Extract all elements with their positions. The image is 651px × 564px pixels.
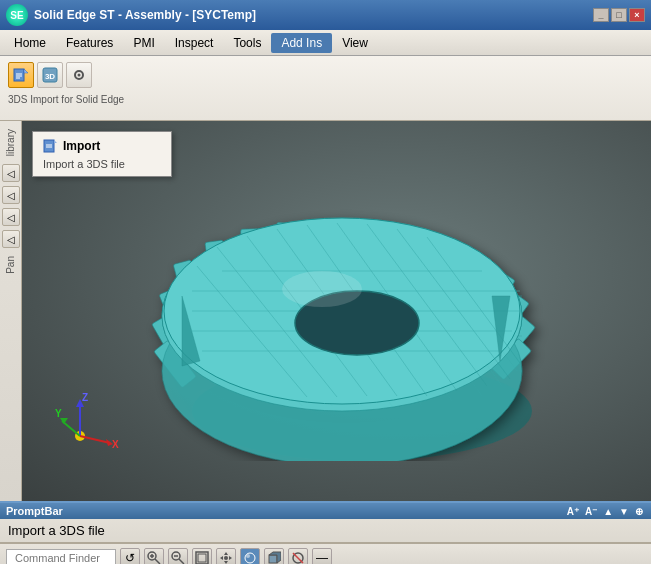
prompt-bar-label: PromptBar [6, 505, 63, 517]
svg-marker-1 [24, 69, 28, 73]
import-popup-icon [43, 138, 59, 154]
axis-indicator: Z Y X [52, 391, 122, 461]
svg-rect-96 [269, 555, 277, 563]
zoom-in-icon-button[interactable] [144, 548, 164, 565]
render-mode-icon-button[interactable] [240, 548, 260, 565]
fit-view-icon-button[interactable] [192, 548, 212, 565]
prompt-header: PromptBar A⁺ A⁻ ▲ ▼ ⊕ [0, 503, 651, 519]
sidebar-btn-3[interactable]: ◁ [2, 208, 20, 226]
sidebar-btn-1[interactable]: ◁ [2, 164, 20, 182]
settings-icon-button[interactable] [66, 62, 92, 88]
close-button[interactable]: × [629, 8, 645, 22]
prompt-scroll-down[interactable]: ▼ [617, 506, 631, 517]
prompt-pin[interactable]: ⊕ [633, 506, 645, 517]
menu-view[interactable]: View [332, 33, 378, 53]
command-finder-input[interactable] [6, 549, 116, 565]
svg-rect-88 [198, 554, 206, 562]
left-sidebar: library ◁ ◁ ◁ ◁ Pan [0, 121, 22, 501]
toolbar-3ds-section: 3D 3DS Import for Solid Edge [6, 60, 124, 105]
toolbar-section-label: 3DS Import for Solid Edge [6, 94, 124, 105]
pan-icon-button[interactable] [216, 548, 236, 565]
window-controls[interactable]: _ □ × [593, 8, 645, 22]
svg-rect-76 [44, 140, 54, 152]
window-title: Solid Edge ST - Assembly - [SYCTemp] [34, 8, 593, 22]
svg-point-95 [246, 554, 250, 558]
title-bar: SE Solid Edge ST - Assembly - [SYCTemp] … [0, 0, 651, 30]
menu-inspect[interactable]: Inspect [165, 33, 224, 53]
viewport[interactable]: Z Y X Import Import a 3DS file [22, 121, 651, 501]
svg-marker-90 [224, 561, 228, 564]
prompt-bar: PromptBar A⁺ A⁻ ▲ ▼ ⊕ Import a 3DS file [0, 501, 651, 543]
svg-marker-92 [229, 556, 232, 560]
svg-point-93 [224, 556, 228, 560]
import-popup-title: Import [43, 138, 161, 154]
menu-features[interactable]: Features [56, 33, 123, 53]
toolbar-area: 3D 3DS Import for Solid Edge [0, 56, 651, 121]
svg-line-85 [179, 559, 184, 564]
restore-button[interactable]: □ [611, 8, 627, 22]
svg-text:3D: 3D [45, 72, 55, 81]
prompt-font-increase[interactable]: A⁺ [565, 506, 581, 517]
menu-tools[interactable]: Tools [223, 33, 271, 53]
import-3ds-button[interactable] [8, 62, 34, 88]
minus-icon-button[interactable]: — [312, 548, 332, 565]
sidebar-btn-2[interactable]: ◁ [2, 186, 20, 204]
3ds-icon-button[interactable]: 3D [37, 62, 63, 88]
view-cube-icon-button[interactable] [264, 548, 284, 565]
import-popup-description: Import a 3DS file [43, 158, 161, 170]
main-area: library ◁ ◁ ◁ ◁ Pan [0, 121, 651, 501]
svg-point-63 [282, 271, 362, 307]
prompt-controls[interactable]: A⁺ A⁻ ▲ ▼ ⊕ [565, 506, 645, 517]
prompt-text: Import a 3DS file [0, 519, 651, 542]
svg-line-73 [80, 436, 110, 443]
svg-marker-91 [220, 556, 223, 560]
minimize-button[interactable]: _ [593, 8, 609, 22]
svg-text:X: X [112, 439, 119, 450]
refresh-icon-button[interactable]: ↺ [120, 548, 140, 565]
toolbar-buttons: 3D [6, 60, 94, 90]
import-popup: Import Import a 3DS file [32, 131, 172, 177]
hide-icon-button[interactable] [288, 548, 308, 565]
menu-pmi[interactable]: PMI [123, 33, 164, 53]
library-label: library [3, 125, 18, 160]
app-logo: SE [6, 4, 28, 26]
prompt-scroll-up[interactable]: ▲ [601, 506, 615, 517]
svg-point-8 [78, 74, 81, 77]
svg-line-70 [62, 421, 80, 436]
svg-line-81 [155, 559, 160, 564]
menu-addins[interactable]: Add Ins [271, 33, 332, 53]
zoom-out-icon-button[interactable] [168, 548, 188, 565]
svg-point-94 [245, 553, 255, 563]
sidebar-btn-4[interactable]: ◁ [2, 230, 20, 248]
menu-bar: Home Features PMI Inspect Tools Add Ins … [0, 30, 651, 56]
svg-rect-0 [14, 69, 24, 81]
gear-3d-view [102, 141, 582, 461]
svg-marker-89 [224, 552, 228, 555]
svg-text:Y: Y [55, 408, 62, 419]
svg-text:Z: Z [82, 392, 88, 403]
pan-label: Pan [3, 252, 18, 278]
prompt-font-decrease[interactable]: A⁻ [583, 506, 599, 517]
menu-home[interactable]: Home [4, 33, 56, 53]
status-bar: ↺ — [0, 543, 651, 564]
